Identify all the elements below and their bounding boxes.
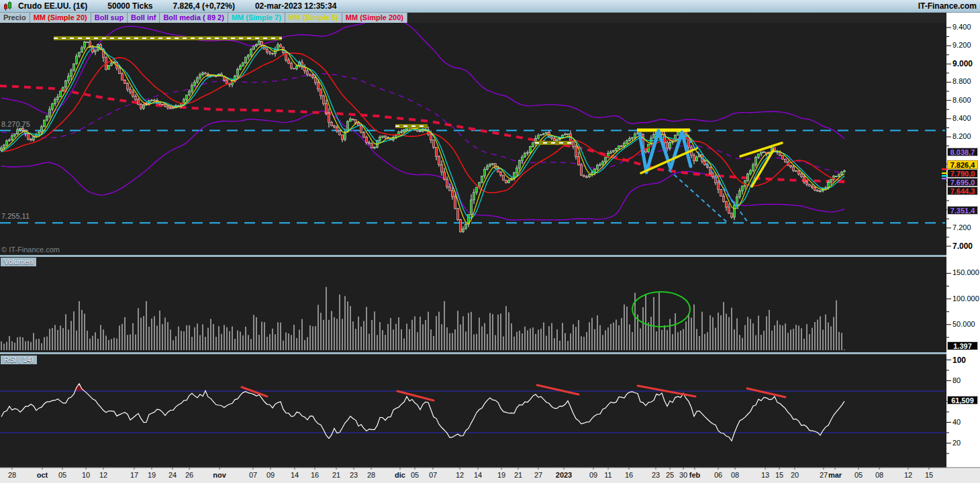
time-axis-label: 12 [99,471,107,479]
price-axis-box: 8.038,7 [947,148,978,156]
price-axis-box: 7.644,3 [947,186,978,195]
panel-separator[interactable] [0,352,946,354]
rsi-axis-label: 80 [952,376,961,384]
time-axis-label: feb [689,471,701,479]
price-axis-label: 9.200 [952,41,971,49]
indicator-chip-mm-simple-7-[interactable]: MM (Simple 7) [228,13,285,23]
volume-axis-label: 100.000 [952,294,979,303]
indicator-chip-boll-inf[interactable]: Boll inf [128,13,160,23]
time-axis-label: 09 [266,471,275,479]
time-axis-label: 15 [775,471,783,479]
time-axis-label: 05 [58,471,66,479]
time-axis-label: 07 [249,471,257,479]
ma-edge-tick [942,175,947,176]
rsi-axis-label: 100 [952,356,966,365]
time-axis-label: 07 [429,471,437,479]
time-axis-label: 14 [291,471,299,479]
time-axis-label: 13 [761,471,769,479]
time-axis-label: 24 [168,471,177,479]
yellow-trendline[interactable] [752,150,773,186]
indicator-chip-boll-sup[interactable]: Boll sup [91,13,128,23]
price-axis-label: 8.800 [952,77,971,85]
candles-layer [1,39,846,233]
brand-label: IT-Finance.com [918,1,977,11]
volume-axis-label: 150.000 [952,268,979,276]
cyan-dashed-trendline[interactable] [669,170,728,223]
price-axis-label: 9.000 [952,59,973,68]
time-axis-label: 08 [875,471,883,479]
volume-highlight-ellipse[interactable] [632,292,690,327]
time-axis-label: 05 [411,471,419,479]
time-axis-label: 25 [666,471,674,479]
ma-edge-tick [942,168,947,170]
time-axis-label: 28 [8,471,16,479]
volume-axis-label: 50.000 [952,320,975,328]
time-axis-label: mar [828,471,842,479]
time-axis-label: 09 [589,471,597,479]
instrument-name: Crudo EE.UU. (1€) [18,1,87,11]
rsi-red-trendline[interactable] [537,385,579,394]
volume-bars-layer [1,287,844,350]
time-axis-label: 17 [130,471,138,479]
price-axis-label: 9.400 [952,23,971,31]
time-axis-label: 23 [350,471,358,479]
indicator-chip-boll-media-89-2-[interactable]: Boll media ( 89 2) [160,13,228,23]
rsi-axis-label: 40 [952,418,961,426]
time-axis-label: 28 [367,471,375,479]
time-axis-label: 05 [854,471,863,479]
time-axis-label: 14 [474,471,482,479]
time-axis-label: 12 [904,471,912,479]
time-axis-label: 30 [679,471,687,479]
time-axis-label: 16 [625,471,633,479]
cyan-dashed-trendline[interactable] [685,133,747,221]
price-axis-label: 8.200 [952,132,971,140]
trading-chart-window: Crudo EE.UU. (1€) 50000 Ticks 7.826,4 (+… [0,0,980,483]
time-axis-label: 23 [652,471,660,479]
indicator-chip-mm-simple-200-[interactable]: MM (Simple 200) [342,13,407,23]
rsi-current-box: 61,509 [947,396,978,405]
time-axis-label: 16 [311,471,319,479]
price-axis-label: 7.200 [952,223,971,231]
price-axis-label: 8.600 [952,96,971,104]
rsi-red-trendline[interactable] [747,388,785,397]
indicator-chip-precio[interactable]: Precio [0,13,30,23]
price-axis-box: 7.695,0 [947,178,978,186]
time-axis-label: 15 [925,471,933,479]
time-axis-label: 21 [514,471,522,479]
candlestick-icon [3,1,13,11]
indicator-chip-mm-simple-20-[interactable]: MM (Simple 20) [30,13,91,23]
time-axis-label: 21 [332,471,340,479]
time-axis-label: 20 [791,471,799,479]
time-axis-label: nov [213,471,226,479]
time-axis-label: 19 [148,471,156,479]
time-axis-label: 27 [534,471,542,479]
rsi-axis-label: 20 [952,439,961,447]
ma-edge-tick [942,172,947,174]
price-axis-box: 7.790,0 [947,169,978,178]
price-axis-label: 8.400 [952,114,971,122]
time-axis-label: 11 [604,471,611,479]
time-axis-label: 26 [185,471,193,479]
panel-separator[interactable] [0,255,946,257]
rsi-panel-label[interactable]: RSI ( 14) [1,356,37,364]
last-price-label: 7.826,4 (+0,72%) [173,1,235,11]
chart-canvas[interactable] [0,0,980,483]
mm200-line [0,86,846,182]
ma-edge-tick [942,178,947,179]
time-axis-label: 12 [456,471,464,479]
rsi-layer [0,384,945,441]
title-bar: Crudo EE.UU. (1€) 50000 Ticks 7.826,4 (+… [0,0,980,13]
time-axis-label: oct [37,471,48,479]
volume-current-box: 1.397 [947,341,978,350]
volume-panel-label[interactable]: Volumen [1,258,36,266]
indicator-bar: PrecioMM (Simple 20)Boll supBoll infBoll… [0,13,946,23]
rsi-red-trendline[interactable] [397,391,434,400]
time-axis-label: 2023 [556,471,572,479]
datetime-label: 02-mar-2023 12:35:34 [255,1,336,11]
price-axis-box: 7.826,4 [947,160,978,169]
indicator-chip-mm-simple-5-[interactable]: MM (Simple 5) [285,13,342,23]
timeframe-label: 50000 Ticks [107,1,152,11]
price-panel [0,19,947,233]
price-axis-box: 7.351,4 [947,206,978,215]
time-axis-label: dic [395,471,405,479]
